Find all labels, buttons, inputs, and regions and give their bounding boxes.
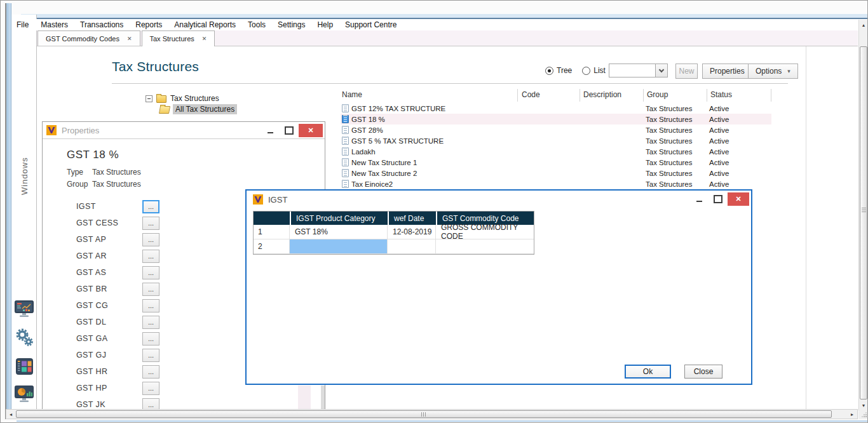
options-button[interactable]: Options ▾ (748, 64, 798, 79)
igst-cell-category[interactable]: GST 18% (290, 225, 388, 239)
table-row[interactable]: Tax Einoice2 Tax Structures Active (341, 178, 771, 189)
radio-selected-icon[interactable] (545, 67, 553, 75)
new-button[interactable]: New (675, 64, 698, 79)
vertical-scrollbar-thumb[interactable] (860, 46, 867, 399)
column-header-description[interactable]: Description (583, 90, 621, 99)
menu-item[interactable]: Support Centre (345, 20, 397, 29)
table-row[interactable]: GST 18 % Tax Structures Active (341, 114, 771, 124)
tax-component-row: GST JK ... (76, 396, 216, 410)
tab[interactable]: GST Commodity Codes ✕ (37, 30, 140, 46)
column-header-name[interactable]: Name (342, 90, 362, 99)
collapse-icon[interactable] (146, 95, 153, 102)
properties-dialog-titlebar[interactable]: Properties ✕ (43, 122, 325, 139)
monitor-dashboard-icon[interactable] (15, 300, 34, 319)
browse-button[interactable]: ... (142, 217, 159, 230)
menu-item[interactable]: Help (317, 20, 333, 29)
browse-button[interactable]: ... (142, 316, 159, 329)
menu-item[interactable]: Settings (278, 20, 305, 29)
horizontal-scrollbar-thumb[interactable] (16, 410, 832, 418)
properties-button[interactable]: Properties (702, 64, 752, 79)
resize-corner[interactable] (858, 410, 868, 419)
browse-button[interactable]: ... (142, 299, 159, 312)
scroll-down-icon[interactable]: ▾ (859, 401, 868, 410)
background-strip (321, 386, 325, 409)
browse-button[interactable]: ... (142, 349, 159, 362)
column-header-code[interactable]: Code (522, 90, 540, 99)
browse-button[interactable]: ... (142, 398, 159, 410)
tax-component-row: GST CG ... (76, 297, 216, 314)
field-value: Tax Structures (92, 180, 141, 189)
column-separator (707, 89, 707, 102)
table-row[interactable]: New Tax Structure 2 Tax Structures Activ… (341, 168, 771, 178)
caret-down-icon: ▾ (787, 68, 790, 74)
browse-button[interactable]: ... (142, 200, 159, 213)
column-header-status[interactable]: Status (710, 90, 732, 99)
close-button[interactable]: Close (684, 365, 722, 379)
table-row[interactable]: GST 12% TAX STRUCTURE Tax Structures Act… (341, 103, 771, 114)
igst-header-wef-date[interactable]: wef Date (388, 211, 436, 225)
igst-grid-row[interactable]: 1 GST 18% 12-08-2019 GROSS COMMODITY COD… (254, 225, 534, 239)
table-row[interactable]: Ladakh Tax Structures Active (341, 146, 771, 157)
selected-structure-heading: GST 18 % (67, 149, 119, 161)
app-grid-icon[interactable] (16, 358, 33, 377)
menu-item[interactable]: Masters (41, 20, 68, 29)
maximize-icon[interactable] (280, 124, 299, 137)
scroll-left-icon[interactable]: ◂ (6, 410, 15, 419)
tax-component-label: GST GA (76, 334, 142, 343)
browse-button[interactable]: ... (142, 365, 159, 379)
tree-root-label[interactable]: Tax Structures (170, 94, 219, 103)
igst-grid-row[interactable]: 2 (254, 239, 534, 254)
tree-child-row[interactable]: All Tax Structures (159, 104, 237, 114)
column-header-group[interactable]: Group (647, 90, 668, 99)
close-icon[interactable]: ✕ (728, 192, 749, 206)
browse-button[interactable]: ... (142, 382, 159, 395)
maximize-icon[interactable] (709, 192, 728, 206)
menu-item[interactable]: Transactions (80, 20, 123, 29)
close-icon[interactable]: ✕ (299, 124, 323, 137)
menu-item[interactable]: Analytical Reports (174, 20, 236, 29)
menu-item[interactable]: Reports (135, 20, 162, 29)
browse-button[interactable]: ... (142, 283, 159, 296)
minimize-icon[interactable] (689, 192, 709, 206)
dropdown-button[interactable] (655, 64, 667, 77)
row-name-text: GST 5 % TAX STRUCTURE (351, 137, 444, 145)
igst-dialog-titlebar[interactable]: IGST ✕ (247, 191, 751, 208)
tree-radio[interactable]: Tree (545, 66, 572, 75)
browse-button[interactable]: ... (142, 266, 159, 279)
igst-header-category[interactable]: IGST Product Category (290, 211, 388, 225)
minimize-icon[interactable] (261, 124, 280, 137)
filter-dropdown[interactable] (609, 64, 668, 77)
menu-item[interactable]: Tools (248, 20, 266, 29)
table-row[interactable]: GST 28% Tax Structures Active (341, 124, 771, 135)
windows-panel-label[interactable]: Windows (11, 147, 37, 205)
igst-cell-commodity-code[interactable]: GROSS COMMODITY CODE (436, 225, 534, 239)
vertical-scrollbar[interactable]: ▴ ▾ (858, 20, 868, 410)
table-row[interactable]: New Tax Structure 1 Tax Structures Activ… (341, 157, 771, 168)
gears-icon[interactable] (15, 328, 33, 349)
list-radio[interactable]: List (582, 66, 606, 75)
list-radio-label: List (593, 66, 606, 75)
igst-cell-category[interactable] (290, 239, 388, 253)
scroll-up-icon[interactable]: ▴ (859, 20, 868, 29)
row-name-text: New Tax Structure 2 (351, 170, 417, 177)
menu-item[interactable]: File (17, 20, 29, 29)
browse-button[interactable]: ... (142, 233, 159, 246)
tab[interactable]: Tax Structures ✕ (142, 30, 215, 46)
title-divider (112, 83, 788, 84)
pie-chart-monitor-icon[interactable] (15, 386, 34, 405)
tree-root-row[interactable]: Tax Structures (146, 94, 219, 103)
igst-cell-wef-date[interactable]: 12-08-2019 (388, 225, 436, 239)
table-row[interactable]: GST 5 % TAX STRUCTURE Tax Structures Act… (341, 135, 771, 146)
browse-button[interactable]: ... (142, 332, 159, 346)
tree-child-label[interactable]: All Tax Structures (173, 104, 237, 114)
tab-close-icon[interactable]: ✕ (127, 36, 132, 42)
ok-button[interactable]: Ok (625, 365, 671, 379)
igst-cell-wef-date[interactable] (388, 239, 436, 253)
radio-unselected-icon[interactable] (582, 67, 590, 75)
scroll-right-icon[interactable]: ▸ (848, 410, 857, 419)
tab-close-icon[interactable]: ✕ (202, 36, 207, 42)
horizontal-scrollbar[interactable]: ◂ ▸ (6, 409, 858, 419)
browse-button[interactable]: ... (142, 250, 159, 263)
table-cell-group: Tax Structures (646, 137, 709, 145)
igst-cell-commodity-code[interactable] (436, 239, 534, 253)
